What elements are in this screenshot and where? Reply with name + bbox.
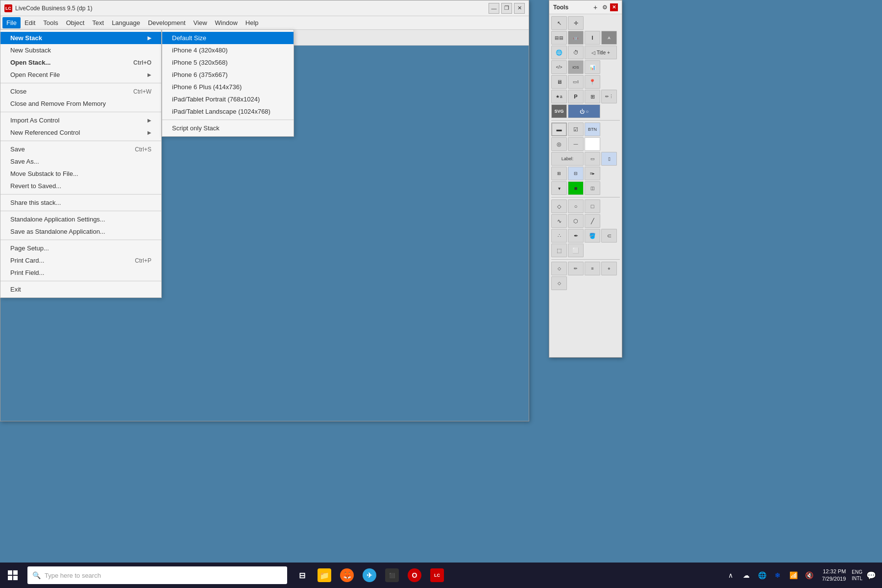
menu-edit[interactable]: Edit xyxy=(21,17,39,28)
tool-lasso[interactable]: ⊂ xyxy=(601,229,617,243)
tool-title[interactable]: ◁ Title + xyxy=(585,46,617,59)
taskbar-app-firefox[interactable]: 🦊 xyxy=(336,564,358,586)
tool-grid-view[interactable]: ⊞ xyxy=(585,90,600,103)
tool-image[interactable]: ■ xyxy=(568,181,584,195)
tool-rect-shape[interactable]: □ xyxy=(585,199,600,213)
menu-standalone-settings[interactable]: Standalone Application Settings... xyxy=(0,213,161,225)
tool-scrollbar[interactable]: ≡▸ xyxy=(585,167,600,180)
tool-line[interactable]: ╱ xyxy=(585,214,600,228)
tools-gear-button[interactable]: ⚙ xyxy=(601,3,609,11)
menu-development[interactable]: Development xyxy=(144,17,190,28)
tool-tall-input[interactable]: ▯ xyxy=(601,152,617,166)
taskbar-app-terminal[interactable]: ⬛ xyxy=(381,564,403,586)
cloud-icon[interactable]: ☁ xyxy=(739,568,753,582)
menu-print-field[interactable]: Print Field... xyxy=(0,267,161,279)
tool-player[interactable]: P xyxy=(568,90,584,103)
menu-new-substack[interactable]: New Substack xyxy=(0,44,161,56)
tool-color-swatch[interactable]: ◫ xyxy=(585,181,600,195)
tool-graphic-2[interactable]: ✏ xyxy=(568,262,584,275)
tool-edit-pointer[interactable]: ✛ xyxy=(568,16,584,30)
menu-save[interactable]: Save Ctrl+S xyxy=(0,143,161,155)
tool-pencil-dots[interactable]: ✏⋮ xyxy=(601,90,617,103)
tool-pen[interactable]: ✒ xyxy=(568,229,584,243)
tool-rectangle[interactable]: ▬ xyxy=(551,122,567,136)
start-button[interactable] xyxy=(0,563,25,588)
language-indicator[interactable]: ENG INTL xyxy=(852,569,862,582)
dropbox-icon[interactable]: ❄ xyxy=(771,568,784,582)
menu-tools[interactable]: Tools xyxy=(39,17,62,28)
taskbar-app-task-view[interactable]: ⊟ xyxy=(291,564,313,586)
tool-button-star[interactable]: ★a xyxy=(551,90,567,103)
menu-import-as-control[interactable]: Import As Control ▶ xyxy=(0,114,161,126)
tool-select-rect2[interactable]: ⬚ xyxy=(551,244,567,257)
restore-button[interactable]: ❐ xyxy=(501,3,512,14)
new-stack-iphone6[interactable]: iPhone 6 (375x667) xyxy=(162,69,294,81)
new-stack-ipad-landscape[interactable]: iPad/Tablet Landscape (1024x768) xyxy=(162,105,294,118)
menu-revert[interactable]: Revert to Saved... xyxy=(0,180,161,192)
menu-language[interactable]: Language xyxy=(108,17,144,28)
new-stack-iphone6plus[interactable]: iPhone 6 Plus (414x736) xyxy=(162,81,294,93)
tool-scrollbar-h[interactable]: — xyxy=(568,137,584,151)
menu-share-stack[interactable]: Share this stack... xyxy=(0,196,161,209)
tool-toggle[interactable]: ⏻ ○ xyxy=(568,104,600,118)
tool-button-plain[interactable]: BTN xyxy=(585,122,600,136)
menu-move-substack[interactable]: Move Substack to File... xyxy=(0,168,161,180)
network-globe-icon[interactable]: 🌐 xyxy=(755,568,769,582)
tool-screen[interactable]: 🖥 xyxy=(551,75,567,89)
tool-clock[interactable]: ⏱ xyxy=(568,46,584,59)
menu-open-stack[interactable]: Open Stack... Ctrl+O xyxy=(0,56,161,69)
menu-view[interactable]: View xyxy=(190,17,211,28)
tool-globe[interactable]: 🌐 xyxy=(551,46,567,59)
tool-chart[interactable]: 📊 xyxy=(585,60,600,74)
tool-eraser[interactable]: ⬜ xyxy=(568,244,584,257)
notification-center-button[interactable]: 💬 xyxy=(864,563,878,588)
menu-help[interactable]: Help xyxy=(242,17,263,28)
menu-new-referenced-control[interactable]: New Referenced Control ▶ xyxy=(0,126,161,139)
taskbar-clock[interactable]: 12:32 PM 7/29/2019 xyxy=(818,568,850,583)
tool-graphic-1[interactable]: ◇ xyxy=(551,262,567,275)
tool-android2[interactable]: A xyxy=(601,31,617,45)
new-stack-default[interactable]: Default Size xyxy=(162,32,294,44)
wifi-icon[interactable]: 📶 xyxy=(786,568,800,582)
tool-bezier[interactable]: ∿ xyxy=(551,214,567,228)
menu-text[interactable]: Text xyxy=(88,17,108,28)
menu-file[interactable]: File xyxy=(2,17,21,28)
taskbar-app-telegram[interactable]: ✈ xyxy=(359,564,380,586)
tool-table[interactable]: ⊞ xyxy=(551,167,567,180)
new-stack-iphone4[interactable]: iPhone 4 (320x480) xyxy=(162,44,294,56)
tool-text-input[interactable]: I xyxy=(585,31,600,45)
tool-ios[interactable]: iOS xyxy=(568,60,584,74)
tool-checkbox[interactable]: ☑ xyxy=(568,122,584,136)
new-stack-iphone5[interactable]: iPhone 5 (320x568) xyxy=(162,56,294,69)
menu-object[interactable]: Object xyxy=(62,17,89,28)
tool-location-pin[interactable]: 📍 xyxy=(585,75,600,89)
tool-spray[interactable]: ∴ xyxy=(551,229,567,243)
taskbar-app-explorer[interactable]: 📁 xyxy=(314,564,335,586)
tool-radio[interactable]: ◎ xyxy=(551,137,567,151)
tool-data-grid[interactable]: ⊟ xyxy=(568,167,584,180)
close-button[interactable]: ✕ xyxy=(514,3,525,14)
tool-html[interactable]: </> xyxy=(551,60,567,74)
menu-close[interactable]: Close Ctrl+W xyxy=(0,85,161,98)
menu-save-as[interactable]: Save As... xyxy=(0,155,161,168)
menu-open-recent[interactable]: Open Recent File ▶ xyxy=(0,69,161,81)
tool-graphic-3[interactable]: ≡ xyxy=(585,262,600,275)
taskbar-app-livecode[interactable]: LC xyxy=(426,564,448,586)
tool-white-square[interactable] xyxy=(585,137,600,151)
tool-graphic-5[interactable]: ◇ xyxy=(551,276,567,290)
tool-circle[interactable]: ○ xyxy=(568,199,584,213)
tool-android[interactable]: 🤖 xyxy=(568,31,584,45)
menu-exit[interactable]: Exit xyxy=(0,283,161,295)
minimize-button[interactable]: — xyxy=(489,3,499,14)
taskbar-search[interactable]: 🔍 Type here to search xyxy=(27,566,287,584)
tool-input-field[interactable]: ▭ xyxy=(585,152,600,166)
menu-save-standalone[interactable]: Save as Standalone Application... xyxy=(0,225,161,238)
taskbar-app-opera[interactable]: O xyxy=(404,564,425,586)
chevron-up-icon[interactable]: ∧ xyxy=(724,568,737,582)
tool-polygon[interactable]: ⬡ xyxy=(568,214,584,228)
tool-bucket[interactable]: 🪣 xyxy=(585,229,600,243)
menu-window[interactable]: Window xyxy=(211,17,242,28)
menu-new-stack[interactable]: New Stack ▶ xyxy=(0,32,161,44)
tool-graphic-4[interactable]: ⋄ xyxy=(601,262,617,275)
new-stack-script-only[interactable]: Script only Stack xyxy=(162,122,294,134)
